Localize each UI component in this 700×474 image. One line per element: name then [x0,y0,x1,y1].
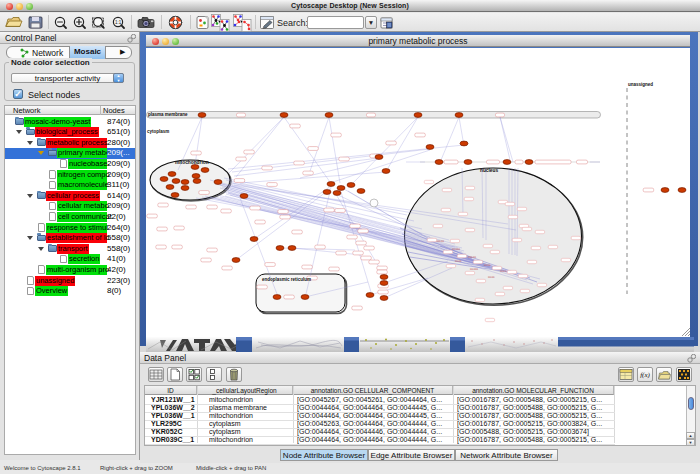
svg-text:aa.aa: aa.aa [488,276,495,279]
svg-text:nucleus: nucleus [480,168,498,173]
svg-text:aaa.a: aaa.a [500,270,507,273]
svg-text:aa.aa: aa.aa [455,260,462,263]
svg-text:aa.aa: aa.aa [484,264,491,267]
svg-text:1:1: 1:1 [115,20,122,25]
svg-text:mitochondrion: mitochondrion [175,160,209,165]
svg-text:f(x): f(x) [640,371,650,379]
svg-text:aa.aaa: aa.aaa [452,248,460,251]
svg-text:aaa.aa: aaa.aa [468,256,476,259]
svg-text:aaa.aa: aaa.aa [436,240,444,243]
svg-text:cytoplasm: cytoplasm [147,129,169,134]
svg-text:aa.aaa: aa.aaa [470,268,478,271]
svg-text:plasma membrane: plasma membrane [148,112,188,117]
svg-text:unassigned: unassigned [628,82,653,87]
svg-text:endoplasmic reticulum: endoplasmic reticulum [262,277,311,282]
